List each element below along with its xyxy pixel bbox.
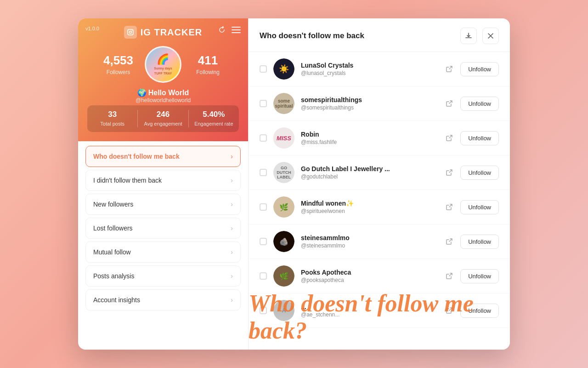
external-link-icon[interactable] — [443, 270, 456, 282]
unfollow-button[interactable]: Unfollow — [460, 97, 499, 111]
external-link-icon[interactable] — [443, 166, 456, 179]
user-info: Mindful wonen✨ @spiritueelwonen — [301, 200, 436, 214]
user-info: Pooks Apotheca @pooksapotheca — [301, 269, 436, 283]
external-link-icon[interactable] — [443, 235, 456, 248]
following-count: 411 — [181, 53, 234, 68]
menu-item-new-followers[interactable]: New followers › — [85, 194, 241, 215]
user-item: ☀️ LunaSol Crystals @lunasol_crystals Un… — [249, 52, 510, 86]
app-container: v1.0.0 IG TRACKER — [78, 18, 510, 350]
user-item: somespiritual somespiritualthings @somes… — [249, 86, 510, 121]
chevron-right-icon: › — [231, 272, 233, 280]
menu-item-who-doesnt-follow[interactable]: Who doesn't follow me back › — [85, 146, 241, 167]
right-panel: Who doesn't follow me back ☀️ Lu — [248, 18, 510, 350]
engagement-rate-stat: 5.40% Engagement rate — [189, 110, 239, 127]
user-avatar: MISS — [273, 127, 294, 149]
user-item: 🌿 Mindful wonen✨ @spiritueelwonen Unfoll… — [249, 190, 510, 224]
refresh-icon[interactable] — [218, 26, 226, 36]
menu-item-lost-followers[interactable]: Lost followers › — [85, 218, 241, 239]
user-avatar: A — [273, 300, 294, 321]
followers-label: Followers — [107, 69, 130, 75]
unfollow-button[interactable]: Unfollow — [460, 304, 499, 318]
unfollow-button[interactable]: Unfollow — [460, 269, 499, 283]
user-info: Robin @miss.fashlife — [301, 131, 436, 145]
user-info: somespiritualthings @somespiritualthings — [301, 96, 436, 111]
user-checkbox[interactable] — [260, 203, 267, 211]
user-avatar: 🌿 — [273, 265, 294, 287]
menu-list: Who doesn't follow me back › I didn't fo… — [78, 141, 248, 315]
user-handle: @ae_stchenn... — [301, 311, 436, 318]
user-checkbox[interactable] — [260, 65, 267, 73]
user-actions: Unfollow — [443, 97, 499, 111]
menu-item-label: I didn't follow them back — [93, 177, 162, 184]
user-actions: Unfollow — [443, 269, 499, 283]
user-item: 🪨 steinesammlmo @steinesammlmo Unfollow — [249, 224, 510, 259]
unfollow-button[interactable]: Unfollow — [460, 200, 499, 214]
user-info: ... @ae_stchenn... — [301, 303, 436, 318]
unfollow-button[interactable]: Unfollow — [460, 62, 499, 76]
menu-item-label: New followers — [93, 201, 133, 208]
header-gradient: v1.0.0 IG TRACKER — [78, 18, 248, 141]
external-link-icon[interactable] — [443, 304, 456, 317]
user-handle: @pooksapotheca — [301, 277, 436, 283]
user-checkbox[interactable] — [260, 100, 267, 107]
svg-rect-4 — [232, 29, 241, 30]
user-checkbox[interactable] — [260, 307, 267, 314]
user-checkbox[interactable] — [260, 169, 267, 176]
user-actions: Unfollow — [443, 304, 499, 318]
avg-engagement-stat: 246 Avg engagement — [138, 110, 188, 127]
menu-icon[interactable] — [232, 27, 241, 35]
user-actions: Unfollow — [443, 131, 499, 145]
unfollow-button[interactable]: Unfollow — [460, 166, 499, 180]
download-button[interactable] — [460, 28, 477, 44]
user-checkbox[interactable] — [260, 238, 267, 245]
user-handle: @godutchlabel — [301, 173, 436, 180]
total-posts-label: Total posts — [100, 121, 124, 126]
header-top: IG TRACKER — [87, 26, 239, 39]
user-handle: @steinesammlmo — [301, 242, 436, 249]
user-avatar: somespiritual — [273, 93, 294, 114]
user-item: 🌿 Pooks Apotheca @pooksapotheca Unfollow — [249, 259, 510, 293]
app-title: IG TRACKER — [141, 27, 202, 38]
user-name: Robin — [301, 131, 436, 138]
header-icons — [218, 26, 241, 36]
avg-engagement-count: 246 — [138, 110, 188, 119]
menu-item-didnt-follow-back[interactable]: I didn't follow them back › — [85, 170, 241, 191]
user-handle: @somespiritualthings — [301, 104, 436, 111]
svg-rect-5 — [232, 32, 241, 33]
external-link-icon[interactable] — [443, 63, 456, 75]
engagement-rate-label: Engagement rate — [194, 121, 233, 126]
username-handle: @helloworldhelloworld — [87, 97, 239, 104]
engagement-rate-value: 5.40% — [189, 110, 239, 119]
user-handle: @lunasol_crystals — [301, 70, 436, 76]
menu-item-mutual-follow[interactable]: Mutual follow › — [85, 242, 241, 263]
menu-item-account-insights[interactable]: Account insights › — [85, 289, 241, 310]
user-checkbox[interactable] — [260, 272, 267, 280]
external-link-icon[interactable] — [443, 132, 456, 144]
user-avatar: 🌿 — [273, 196, 294, 218]
close-button[interactable] — [482, 28, 499, 44]
display-name: 🌍 Hello World — [87, 88, 239, 97]
user-avatar: GO DUTCHLABEL — [273, 162, 294, 183]
user-checkbox[interactable] — [260, 134, 267, 142]
svg-point-2 — [131, 30, 132, 31]
user-handle: @miss.fashlife — [301, 139, 436, 145]
svg-rect-3 — [232, 27, 241, 28]
chevron-right-icon: › — [231, 201, 233, 208]
unfollow-button[interactable]: Unfollow — [460, 235, 499, 249]
menu-item-label: Who doesn't follow me back — [93, 153, 180, 160]
right-panel-title: Who doesn't follow me back — [260, 31, 364, 40]
version-tag: v1.0.0 — [85, 26, 99, 31]
user-avatar: ☀️ — [273, 58, 294, 80]
external-link-icon[interactable] — [443, 201, 456, 213]
user-actions: Unfollow — [443, 62, 499, 76]
user-name: somespiritualthings — [301, 96, 436, 104]
avg-engagement-label: Avg engagement — [144, 121, 182, 126]
user-name: Mindful wonen✨ — [301, 200, 436, 207]
user-actions: Unfollow — [443, 200, 499, 214]
user-avatar: 🪨 — [273, 231, 294, 252]
external-link-icon[interactable] — [443, 97, 456, 110]
unfollow-button[interactable]: Unfollow — [460, 131, 499, 145]
username-section: 🌍 Hello World @helloworldhelloworld — [87, 88, 239, 104]
profile-section: 4,553 Followers 🌈 Sunny daysTUFF TRAY 41… — [87, 46, 239, 83]
menu-item-posts-analysis[interactable]: Posts analysis › — [85, 265, 241, 287]
